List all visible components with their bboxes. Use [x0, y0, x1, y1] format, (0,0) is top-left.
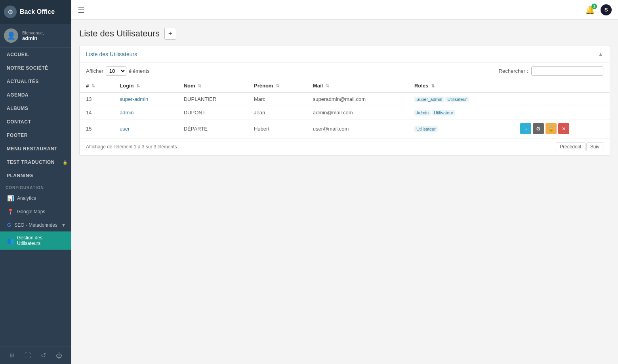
- edit-button[interactable]: ⚙: [533, 123, 544, 134]
- sidebar-item-label: AGENDA: [7, 92, 29, 98]
- action-buttons: → ⚙ 🔒 ✕: [520, 123, 603, 134]
- expand-footer-icon[interactable]: ⛶: [25, 352, 31, 359]
- sidebar-item-label: ACCUEIL: [7, 52, 29, 57]
- login-link[interactable]: super-admin: [120, 96, 148, 102]
- table-info: Affichage de l'élément 1 à 3 sur 3 éléme…: [86, 144, 177, 150]
- role-badge: Utilisateur: [432, 110, 455, 116]
- prev-page-button[interactable]: Précédent: [556, 142, 586, 151]
- users-icon: 👥: [7, 237, 14, 244]
- cell-roles: AdminUtilisateur: [408, 106, 514, 119]
- lock-icon: 🔒: [63, 160, 68, 165]
- cell-nom: DÉPARTE: [177, 119, 248, 138]
- col-prenom: Prénom ⇅: [248, 80, 307, 92]
- sidebar-item-menu-restaurant[interactable]: MENU RESTAURANT: [0, 142, 71, 155]
- topbar: ☰ 🔔 1 S: [71, 0, 618, 20]
- config-section-label: CONFIGURATION: [0, 182, 71, 191]
- sidebar-item-label: SEO - Metadonnées: [14, 222, 57, 228]
- cell-mail: superadmin@mail.com: [307, 92, 408, 106]
- cell-login: admin: [113, 106, 177, 119]
- role-badge: Utilisateur: [445, 97, 469, 102]
- sidebar-item-label: ACTUALITÉS: [7, 79, 39, 84]
- table-controls: Afficher 10 25 50 100 éléments Recherche…: [80, 63, 610, 80]
- sort-icon: ⇅: [92, 83, 95, 88]
- avatar-icon: 👤: [7, 31, 15, 40]
- settings-footer-icon[interactable]: ⚙: [9, 352, 15, 359]
- cell-login: user: [113, 119, 177, 138]
- sidebar-item-label: Google Maps: [17, 209, 45, 214]
- items-per-page-select[interactable]: 10 25 50 100: [106, 66, 126, 76]
- main-content: ☰ 🔔 1 S Liste des Utilisateurs + Liste d…: [71, 0, 618, 364]
- search-input[interactable]: [531, 66, 603, 76]
- sidebar-item-label: PLANNING: [7, 173, 33, 178]
- page-header: Liste des Utilisateurs +: [79, 28, 610, 40]
- sidebar-item-test-traduction[interactable]: TEST TRADUCTION 🔒: [0, 155, 71, 169]
- cell-prenom: Hubert: [248, 119, 307, 138]
- sidebar-item-contact[interactable]: CONTACT: [0, 115, 71, 129]
- sidebar-item-label: Analytics: [17, 195, 36, 201]
- symfony-icon[interactable]: S: [601, 4, 612, 15]
- table-footer: Affichage de l'élément 1 à 3 sur 3 éléme…: [80, 138, 610, 155]
- refresh-footer-icon[interactable]: ↺: [41, 352, 46, 359]
- sidebar-item-accueil[interactable]: ACCUEIL: [0, 48, 71, 61]
- sidebar-item-label: MENU RESTAURANT: [7, 146, 57, 152]
- login-link[interactable]: user: [120, 126, 130, 132]
- table-row: 14 admin DUPONT Jean admin@mail.com Admi…: [80, 106, 610, 119]
- lock-button[interactable]: 🔒: [546, 123, 557, 134]
- sidebar-item-google-maps[interactable]: 📍 Google Maps: [0, 205, 71, 218]
- sidebar-item-footer[interactable]: FOOTER: [0, 129, 71, 142]
- cell-id: 15: [80, 119, 113, 138]
- user-info: Bienvenue, admin: [22, 30, 44, 41]
- cell-actions: [514, 106, 610, 119]
- page-title: Liste des Utilisateurs: [79, 28, 160, 39]
- sidebar-item-agenda[interactable]: AGENDA: [0, 88, 71, 102]
- sidebar-item-label: FOOTER: [7, 133, 28, 138]
- chevron-down-icon: ▼: [61, 223, 66, 228]
- delete-button[interactable]: ✕: [558, 123, 569, 134]
- hamburger-menu-button[interactable]: ☰: [78, 5, 85, 15]
- sidebar-item-seo[interactable]: G SEO - Metadonnées ▼: [0, 218, 71, 231]
- sidebar: ⚙ Back Office 👤 Bienvenue, admin ACCUEIL…: [0, 0, 71, 364]
- power-footer-icon[interactable]: ⏻: [56, 352, 62, 359]
- google-icon: G: [7, 222, 11, 228]
- users-card: Liste des Utilisateurs ▲ Afficher 10 25 …: [79, 46, 610, 155]
- sidebar-item-label: CONTACT: [7, 119, 31, 125]
- avatar: 👤: [4, 28, 18, 43]
- next-page-button[interactable]: Suiv: [586, 142, 603, 151]
- role-badge: Super_admin: [414, 97, 444, 102]
- cell-roles: Super_adminUtilisateur: [408, 92, 514, 106]
- sort-icon: ⇅: [276, 83, 279, 88]
- login-link[interactable]: admin: [120, 110, 134, 116]
- role-badge: Utilisateur: [414, 126, 438, 132]
- cell-prenom: Jean: [248, 106, 307, 119]
- cell-id: 13: [80, 92, 113, 106]
- notification-bell-button[interactable]: 🔔 1: [585, 5, 595, 15]
- sidebar-item-label: TEST TRADUCTION: [7, 159, 55, 165]
- sidebar-item-label: ALBUMS: [7, 106, 28, 111]
- sidebar-item-notre-societe[interactable]: NOTRE SOCIÉTÉ: [0, 61, 71, 75]
- card-collapse-button[interactable]: ▲: [598, 51, 603, 57]
- username-label: admin: [22, 35, 44, 41]
- add-user-button[interactable]: +: [164, 28, 176, 40]
- sidebar-item-gestion-utilisateurs[interactable]: 👥 Gestion des Utilisateurs: [0, 231, 71, 250]
- login-as-button[interactable]: →: [520, 123, 531, 134]
- sidebar-user-section: 👤 Bienvenue, admin: [0, 24, 71, 48]
- sidebar-item-albums[interactable]: ALBUMS: [0, 102, 71, 115]
- sidebar-footer: ⚙ ⛶ ↺ ⏻: [0, 347, 71, 364]
- col-mail: Mail ⇅: [307, 80, 408, 92]
- cell-mail: user@mail.com: [307, 119, 408, 138]
- topbar-right: 🔔 1 S: [585, 4, 612, 15]
- card-header: Liste des Utilisateurs ▲: [80, 46, 610, 63]
- sidebar-item-actualites[interactable]: ACTUALITÉS: [0, 75, 71, 88]
- app-logo-icon: ⚙: [4, 6, 17, 18]
- cell-login: super-admin: [113, 92, 177, 106]
- col-actions: [514, 80, 610, 92]
- sidebar-item-analytics[interactable]: 📊 Analytics: [0, 191, 71, 205]
- cell-prenom: Marc: [248, 92, 307, 106]
- show-label: Afficher: [86, 68, 103, 74]
- sidebar-item-planning[interactable]: PLANNING: [0, 169, 71, 182]
- cell-nom: DUPLANTIER: [177, 92, 248, 106]
- map-pin-icon: 📍: [7, 209, 14, 215]
- cell-id: 14: [80, 106, 113, 119]
- sort-icon: ⇅: [431, 83, 435, 88]
- cell-mail: admin@mail.com: [307, 106, 408, 119]
